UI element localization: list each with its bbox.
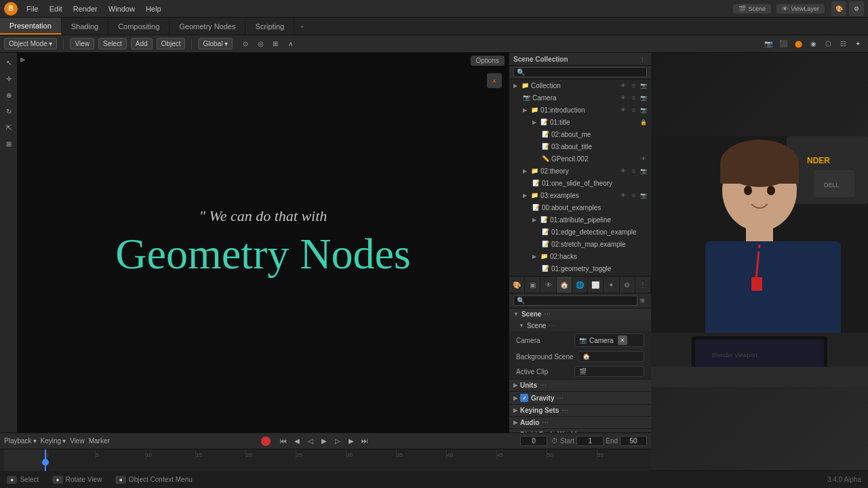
tree-item-gpencil[interactable]: ✏️ GPencil.002 👁 [509, 152, 651, 165]
proportional-btn[interactable]: ◎ [254, 38, 267, 50]
props-tab-world[interactable]: 🌐 [572, 277, 588, 293]
units-header[interactable]: ▶ Units ⋯ [509, 380, 651, 391]
rotate-tool-icon[interactable]: ↻ [2, 104, 16, 118]
end-frame-input[interactable] [620, 436, 647, 446]
object-btn[interactable]: Object [157, 38, 186, 49]
tab-add[interactable]: + [294, 20, 309, 33]
outliner-menu-btn[interactable]: ⋮ [637, 54, 647, 64]
add-btn[interactable]: Add [131, 38, 153, 49]
props-tab-view[interactable]: 👁 [540, 277, 556, 293]
viewport-shading-render[interactable]: ⬡ [822, 38, 834, 50]
props-search-input[interactable] [513, 296, 637, 306]
props-expand-icon[interactable]: ⊞ [637, 296, 647, 306]
keying-header[interactable]: ▶ Keying Sets ⋯ [509, 405, 651, 416]
menu-help[interactable]: Help [141, 3, 166, 14]
tool-3[interactable]: ⊞ [269, 38, 281, 50]
tree-item-02about_me[interactable]: 📝 02:about_me [509, 128, 651, 140]
snap-btn[interactable]: ⊙ [239, 38, 252, 50]
scene-dots[interactable]: ⋯ [544, 310, 551, 318]
units-dots[interactable]: ⋯ [540, 382, 547, 389]
col-hide-btn[interactable]: ⊙ [629, 81, 638, 90]
viewport[interactable]: " We can do that with Geometry Nodes ▶ O… [18, 53, 509, 432]
tab-scripting[interactable]: Scripting [245, 18, 294, 35]
cam-render-btn[interactable]: 📷 [639, 93, 648, 102]
tree-item-03about_title[interactable]: 📝 03:about_title [509, 140, 651, 152]
ex-v[interactable]: 👁 [618, 190, 628, 200]
props-tab-render[interactable]: 🎨 [509, 277, 525, 293]
view-layer-selector[interactable]: 👁 ViewLayer [776, 4, 825, 14]
step-back-btn[interactable]: ◁ [304, 435, 317, 447]
viewport-shading-material[interactable]: ◉ [807, 38, 819, 50]
th-v[interactable]: 👁 [618, 166, 628, 176]
tool-4[interactable]: ∧ [284, 38, 296, 50]
tab-presentation[interactable]: Presentation [0, 18, 62, 35]
keying-dots[interactable]: ⋯ [561, 407, 568, 414]
timeline-track[interactable]: 0 5 10 15 20 25 30 35 40 45 50 55 [0, 449, 651, 471]
gravity-header[interactable]: ▶ ✓ Gravity ⋯ [509, 392, 651, 404]
tree-item-02theory[interactable]: ▶ 📁 02:theory 👁 ⊙ 📷 [509, 165, 651, 177]
props-tab-particles[interactable]: ✦ [604, 277, 619, 293]
tree-item-02hacks[interactable]: ▶ 📁 02:hacks [509, 250, 651, 262]
props-tab-scene[interactable]: 🏠 [557, 277, 572, 293]
tree-item-stretch-map[interactable]: 📝 02:stretch_map.example [509, 238, 651, 250]
tab-geometry-nodes[interactable]: Geometry Nodes [170, 18, 245, 35]
gizmo-btn[interactable]: ✦ [852, 38, 864, 50]
tree-item-edge-detection[interactable]: 📝 01:edge_detection_example [509, 226, 651, 238]
record-btn[interactable] [261, 436, 271, 446]
menu-window[interactable]: Window [104, 3, 140, 14]
current-frame-input[interactable] [520, 436, 547, 446]
outliner-search-input[interactable] [513, 67, 647, 77]
tree-item-collection[interactable]: ▶ 📁 Collection 👁 ⊙ 📷 [509, 79, 651, 92]
view-timeline-btn[interactable]: View [70, 437, 85, 445]
settings-btn[interactable]: ⚙ [849, 1, 864, 16]
transform-tool-icon[interactable]: ⊞ [2, 137, 16, 150]
camera-view-btn[interactable]: 📷 [762, 38, 774, 50]
gp-icon-extra[interactable]: 👁 [639, 154, 648, 163]
prev-keyframe-btn[interactable]: ◀ [291, 435, 303, 447]
th-r[interactable]: 📷 [639, 166, 648, 176]
start-frame-input[interactable] [576, 436, 604, 446]
gizmo-x[interactable]: X [487, 73, 502, 88]
render-btn[interactable]: 🎨 [831, 1, 846, 16]
tree-item-geo-toggle[interactable]: 📝 01:geometry_toggle [509, 262, 651, 274]
active-clip-value[interactable]: 🎬 [574, 366, 644, 377]
playback-btn[interactable]: Playback ▾ [4, 437, 37, 445]
cam-hide-btn[interactable]: ⊙ [629, 93, 638, 102]
intro-r[interactable]: 📷 [639, 105, 648, 115]
props-tab-object[interactable]: ⬜ [588, 277, 604, 293]
scale-tool-icon[interactable]: ⇱ [2, 121, 16, 134]
tree-item-03examples[interactable]: ▶ 📁 03:examples 👁 ⊙ 📷 [509, 189, 651, 201]
menu-edit[interactable]: Edit [45, 3, 67, 14]
global-selector[interactable]: Global ▾ [198, 38, 233, 49]
viewport-options-btn[interactable]: Options [471, 56, 505, 66]
col-view-btn[interactable]: 👁 [618, 81, 628, 90]
tree-item-01intro[interactable]: ▶ 📁 01:introduction 👁 ⊙ 📷 [509, 104, 651, 116]
keying-btn[interactable]: Keying ▾ [41, 437, 66, 445]
next-keyframe-btn[interactable]: ▶ [345, 435, 357, 447]
select-tool-icon[interactable]: ↖ [2, 56, 16, 69]
tab-shading[interactable]: Shading [62, 18, 108, 35]
camera-close-btn[interactable]: ✕ [618, 336, 627, 345]
ex-h[interactable]: ⊙ [629, 190, 638, 200]
intro-v[interactable]: 👁 [618, 105, 628, 115]
menu-file[interactable]: File [22, 3, 43, 14]
tree-item-00about[interactable]: 📝 00:about_examples [509, 201, 651, 214]
overlay-btn[interactable]: ☷ [837, 38, 849, 50]
move-tool-icon[interactable]: ⊕ [2, 88, 16, 102]
intro-h[interactable]: ⊙ [629, 105, 638, 115]
audio-header[interactable]: ▶ Audio ⋯ [509, 417, 651, 428]
scene-selector[interactable]: 🎬 Scene [733, 4, 772, 14]
marker-btn[interactable]: Marker [89, 437, 110, 445]
step-fwd-btn[interactable]: ▷ [332, 435, 344, 447]
audio-dots[interactable]: ⋯ [542, 419, 549, 426]
cursor-tool-icon[interactable]: ✛ [2, 72, 16, 85]
bg-scene-value[interactable]: 🏠 [578, 351, 644, 362]
menu-render[interactable]: Render [68, 3, 102, 14]
title-icon-extra[interactable]: 🔒 [639, 117, 648, 127]
props-tab-output[interactable]: ▣ [525, 277, 540, 293]
select-btn[interactable]: Select [98, 38, 127, 49]
tab-compositing[interactable]: Compositing [108, 18, 170, 35]
play-btn[interactable]: ▶ [318, 435, 330, 447]
render-preview-btn[interactable]: ⬛ [777, 38, 789, 50]
gravity-checkbox[interactable]: ✓ [520, 394, 528, 402]
